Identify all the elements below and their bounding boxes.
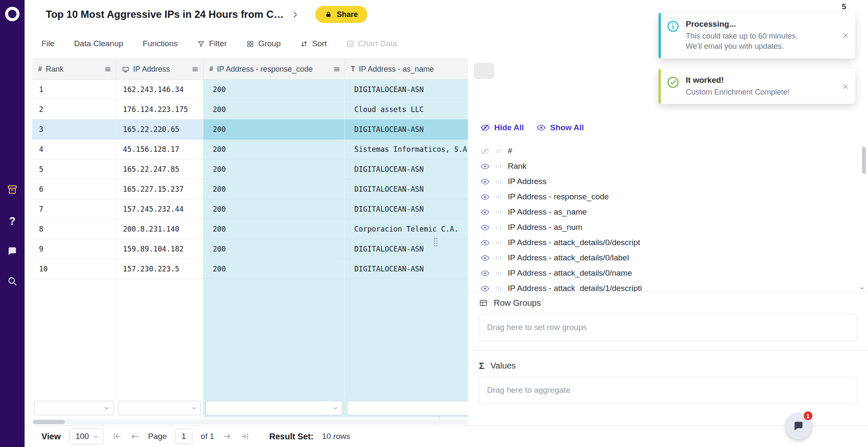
- column-header-ip-address-response-code[interactable]: #IP Address - response_code: [203, 59, 345, 80]
- column-filter-select[interactable]: [118, 401, 201, 415]
- chevron-right-icon[interactable]: [291, 11, 299, 19]
- sidebar-chat-icon[interactable]: [0, 243, 25, 260]
- panel-column-item-[interactable]: #: [468, 143, 868, 159]
- cell[interactable]: 200: [203, 239, 345, 259]
- cell[interactable]: Cloud assets LLC: [345, 100, 482, 120]
- menu-sort[interactable]: Sort: [300, 39, 327, 48]
- panel-column-item-ip-address-attack-details-0-label[interactable]: IP Address - attack_details/0/label: [468, 250, 868, 265]
- eye-icon[interactable]: [481, 223, 490, 232]
- cell[interactable]: 1: [32, 80, 116, 100]
- help-icon[interactable]: ?: [0, 212, 25, 230]
- menu-file[interactable]: File: [42, 39, 55, 48]
- cell[interactable]: 157.230.223.5: [116, 259, 203, 279]
- cell[interactable]: 200: [203, 120, 345, 140]
- cell[interactable]: 165.22.247.85: [116, 159, 203, 179]
- column-menu-icon[interactable]: [192, 66, 199, 73]
- drag-handle-icon[interactable]: [495, 285, 502, 292]
- cell[interactable]: 200: [203, 159, 345, 179]
- cell[interactable]: 200: [203, 199, 345, 219]
- search-icon[interactable]: [0, 272, 25, 290]
- panel-column-item-ip-address-as-name[interactable]: IP Address - as_name: [468, 204, 868, 220]
- eye-icon[interactable]: [481, 254, 490, 263]
- column-menu-icon[interactable]: [104, 66, 111, 73]
- column-filter-select[interactable]: [206, 401, 342, 415]
- cell[interactable]: 200.8.231.140: [116, 219, 203, 239]
- cell[interactable]: 200: [203, 140, 345, 159]
- cell[interactable]: DIGITALOCEAN-ASN: [345, 120, 482, 140]
- panel-resize-handle[interactable]: [433, 237, 439, 247]
- first-page-button[interactable]: [112, 432, 122, 441]
- cell[interactable]: 200: [203, 179, 345, 199]
- cell[interactable]: DIGITALOCEAN-ASN: [345, 199, 482, 219]
- cell[interactable]: 8: [32, 219, 116, 239]
- cell[interactable]: DIGITALOCEAN-ASN: [345, 179, 482, 199]
- panel-list-scrollbar-thumb[interactable]: [862, 147, 866, 174]
- drag-handle-icon[interactable]: [495, 224, 502, 231]
- eye-icon[interactable]: [481, 238, 490, 247]
- hide-all-button[interactable]: Hide All: [481, 123, 524, 132]
- chevron-down-icon[interactable]: [859, 285, 865, 292]
- column-header-ip-address[interactable]: IP Address: [116, 59, 203, 80]
- cell[interactable]: 3: [32, 120, 116, 140]
- eye-icon[interactable]: [481, 208, 490, 217]
- column-header-ip-address-as-name[interactable]: TIP Address - as_name: [345, 59, 482, 80]
- cell[interactable]: 5: [32, 159, 116, 179]
- cell[interactable]: 165.227.15.237: [116, 179, 203, 199]
- drag-handle-icon[interactable]: [495, 270, 502, 277]
- cell[interactable]: DIGITALOCEAN-ASN: [345, 159, 482, 179]
- share-button[interactable]: Share: [315, 6, 367, 23]
- page-number-input[interactable]: 1: [175, 429, 192, 444]
- cell[interactable]: 162.243.146.34: [116, 80, 203, 100]
- panel-column-item-ip-address-attack-details-0-name[interactable]: IP Address - attack_details/0/name: [468, 265, 868, 281]
- cell[interactable]: 165.22.220.65: [116, 120, 203, 140]
- column-filter-select[interactable]: [34, 401, 114, 415]
- cell[interactable]: 6: [32, 179, 116, 199]
- column-filter-select[interactable]: [347, 401, 480, 415]
- drag-handle-icon[interactable]: [495, 178, 502, 185]
- drag-handle-icon[interactable]: [495, 193, 502, 201]
- cell[interactable]: 176.124.223.175: [116, 100, 203, 120]
- eye-icon[interactable]: [481, 162, 490, 171]
- drag-handle-icon[interactable]: [495, 254, 502, 262]
- cell[interactable]: 9: [32, 239, 116, 259]
- cell[interactable]: 4: [32, 140, 116, 159]
- panel-column-item-ip-address[interactable]: IP Address: [468, 174, 868, 189]
- cell[interactable]: DIGITALOCEAN-ASN: [345, 239, 482, 259]
- cell[interactable]: 159.89.104.182: [116, 239, 203, 259]
- cell[interactable]: DIGITALOCEAN-ASN: [345, 259, 482, 279]
- panel-column-item-ip-address-as-num[interactable]: IP Address - as_num: [468, 220, 868, 235]
- values-dropzone[interactable]: Drag here to aggregate: [479, 377, 857, 404]
- drag-handle-icon[interactable]: [495, 148, 502, 155]
- last-page-button[interactable]: [240, 432, 250, 441]
- cell[interactable]: Sistemas Informaticos, S.A.: [345, 140, 482, 159]
- cell[interactable]: 200: [203, 100, 345, 120]
- drag-handle-icon[interactable]: [495, 239, 502, 246]
- cell[interactable]: 45.156.128.17: [116, 140, 203, 159]
- eye-off-icon[interactable]: [481, 147, 490, 156]
- cell[interactable]: 200: [203, 80, 345, 100]
- cell[interactable]: 2: [32, 100, 116, 120]
- eye-icon[interactable]: [481, 269, 490, 278]
- row-groups-dropzone[interactable]: Drag here to set row groups: [479, 314, 857, 341]
- column-menu-icon[interactable]: [333, 66, 340, 73]
- eye-icon[interactable]: [481, 284, 490, 292]
- app-logo[interactable]: [5, 7, 19, 21]
- panel-column-item-rank[interactable]: Rank: [468, 159, 868, 174]
- next-page-button[interactable]: [223, 432, 232, 441]
- cell[interactable]: 7: [32, 199, 116, 219]
- scrollbar-thumb[interactable]: [33, 420, 65, 424]
- drag-handle-icon[interactable]: [495, 209, 502, 216]
- archive-icon[interactable]: [0, 181, 25, 198]
- menu-functions[interactable]: Functions: [143, 39, 178, 48]
- close-icon[interactable]: [842, 83, 849, 90]
- chat-launcher-button[interactable]: 1: [785, 413, 812, 439]
- cell[interactable]: 200: [203, 219, 345, 239]
- cell[interactable]: DIGITALOCEAN-ASN: [345, 80, 482, 100]
- panel-column-item-ip-address-response-code[interactable]: IP Address - response_code: [468, 189, 868, 204]
- panel-column-item-ip-address-attack-details-0-descript[interactable]: IP Address - attack_details/0/descript: [468, 235, 868, 250]
- menu-group[interactable]: Group: [246, 39, 281, 48]
- cell[interactable]: Corporacion Telemic C.A.: [345, 219, 482, 239]
- eye-icon[interactable]: [481, 177, 490, 186]
- panel-column-item-ip-address-attack-details-1-descripti[interactable]: IP Address - attack_details/1/descripti: [468, 281, 868, 292]
- eye-icon[interactable]: [481, 193, 490, 201]
